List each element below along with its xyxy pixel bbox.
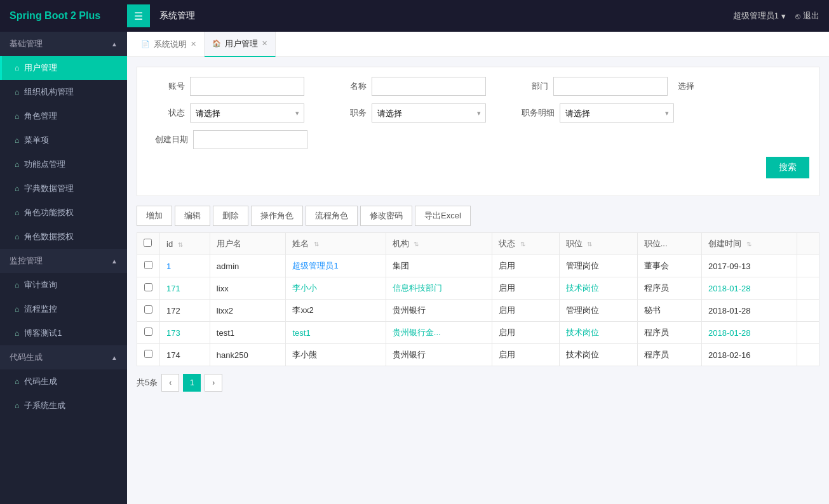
home-icon: ⌂ — [15, 377, 19, 386]
name-link[interactable]: 超级管理员1 — [292, 261, 338, 270]
name-link[interactable]: test1 — [292, 328, 310, 338]
pagination-page-1[interactable]: 1 — [183, 374, 201, 392]
org-link[interactable]: 贵州银行金... — [393, 328, 441, 337]
table-row: 174 hank250 李小熊 贵州银行 启用 技术岗位 程序员 2018-02… — [137, 344, 819, 366]
tab-user-management[interactable]: 🏠 用户管理 ✕ — [205, 32, 276, 57]
dept-select-btn[interactable]: 选择 — [678, 81, 694, 92]
home-icon: ⌂ — [15, 112, 19, 121]
cell-id: 173 — [160, 322, 210, 344]
pagination-next[interactable]: › — [205, 374, 222, 392]
pagination-total: 共5条 — [137, 377, 158, 388]
home-icon: ⌂ — [15, 281, 19, 289]
select-all-checkbox[interactable] — [144, 239, 152, 247]
position-label: 职务 — [328, 107, 367, 119]
chevron-up-icon: ▲ — [111, 258, 118, 265]
cell-extra — [797, 300, 819, 322]
col-org[interactable]: 机构 ⇅ — [386, 233, 492, 255]
sidebar-item-blog-test[interactable]: ⌂ 博客测试1 — [0, 321, 127, 345]
sidebar-item-label: 角色管理 — [24, 110, 57, 122]
name-label: 名称 — [328, 81, 367, 92]
tab-close-user-management[interactable]: ✕ — [262, 39, 267, 48]
position-link[interactable]: 技术岗位 — [566, 283, 599, 293]
sidebar-item-function-management[interactable]: ⌂ 功能点管理 — [0, 152, 127, 176]
cell-id: 172 — [160, 300, 210, 322]
sidebar-item-codegen[interactable]: ⌂ 代码生成 — [0, 369, 127, 394]
menu-toggle-button[interactable]: ☰ — [127, 4, 150, 27]
cell-created: 2018-02-16 — [701, 344, 797, 366]
user-menu[interactable]: 超级管理员1 ▾ — [733, 10, 786, 22]
sidebar-item-role-auth[interactable]: ⌂ 角色功能授权 — [0, 201, 127, 225]
cell-status: 启用 — [492, 344, 559, 366]
id-link[interactable]: 1 — [166, 262, 171, 271]
created-link[interactable]: 2018-01-28 — [708, 328, 751, 338]
sidebar-item-process-monitor[interactable]: ⌂ 流程监控 — [0, 297, 127, 321]
row-select-checkbox[interactable] — [144, 261, 152, 269]
col-status[interactable]: 状态 ⇅ — [492, 233, 559, 255]
row-select-checkbox[interactable] — [144, 350, 152, 358]
btn-op-role[interactable]: 操作角色 — [251, 206, 303, 226]
position-select-wrap: 请选择 — [372, 103, 486, 123]
home-icon: ⌂ — [15, 401, 19, 410]
col-position[interactable]: 职位 ⇅ — [559, 233, 637, 255]
sidebar-item-user-management[interactable]: ⌂ 用户管理 — [0, 56, 127, 80]
btn-flow-role[interactable]: 流程角色 — [306, 206, 358, 226]
row-select-checkbox[interactable] — [144, 283, 152, 291]
position-detail-select-wrap: 请选择 — [560, 103, 674, 123]
sidebar-item-org-management[interactable]: ⌂ 组织机构管理 — [0, 80, 127, 104]
btn-add[interactable]: 增加 — [137, 206, 172, 226]
position-link[interactable]: 技术岗位 — [566, 328, 599, 337]
name-input[interactable] — [372, 77, 486, 96]
col-id[interactable]: id ⇅ — [160, 233, 210, 255]
btn-export-excel[interactable]: 导出Excel — [415, 206, 471, 226]
id-link[interactable]: 173 — [166, 328, 180, 338]
cell-id: 1 — [160, 255, 210, 277]
pagination-prev[interactable]: ‹ — [161, 374, 179, 392]
btn-edit[interactable]: 编辑 — [175, 206, 210, 226]
sidebar-item-label: 功能点管理 — [24, 159, 65, 170]
tab-close-system-desc[interactable]: ✕ — [191, 40, 196, 48]
col-username[interactable]: 用户名 — [210, 233, 286, 255]
org-link[interactable]: 信息科技部门 — [393, 283, 442, 293]
col-position-detail[interactable]: 职位... — [637, 233, 701, 255]
sidebar-item-dict-management[interactable]: ⌂ 字典数据管理 — [0, 176, 127, 201]
sidebar-item-audit[interactable]: ⌂ 审计查询 — [0, 273, 127, 297]
tab-icon-system-desc: 📄 — [141, 40, 150, 48]
cell-created: 2017-09-13 — [701, 255, 797, 277]
sidebar: 基础管理 ▲ ⌂ 用户管理 ⌂ 组织机构管理 ⌂ 角色管理 ⌂ 菜单项 ⌂ 功能… — [0, 32, 127, 504]
content-area: 📄 系统说明 ✕ 🏠 用户管理 ✕ 账号 — [127, 32, 829, 504]
sidebar-section-header-monitor[interactable]: 监控管理 ▲ — [0, 249, 127, 273]
name-link[interactable]: 李小小 — [292, 283, 317, 293]
account-input[interactable] — [190, 77, 304, 96]
tab-system-desc[interactable]: 📄 系统说明 ✕ — [133, 32, 205, 57]
form-item-status: 状态 请选择 启用 禁用 — [147, 103, 304, 123]
row-select-checkbox[interactable] — [144, 305, 152, 314]
btn-delete[interactable]: 删除 — [213, 206, 248, 226]
btn-change-pwd[interactable]: 修改密码 — [360, 206, 412, 226]
status-select[interactable]: 请选择 启用 禁用 — [190, 103, 304, 123]
form-row-search: 搜索 — [147, 157, 809, 178]
sidebar-item-menu[interactable]: ⌂ 菜单项 — [0, 128, 127, 152]
position-select[interactable]: 请选择 — [372, 103, 486, 123]
sidebar-section-codegen: 代码生成 ▲ ⌂ 代码生成 ⌂ 子系统生成 — [0, 345, 127, 418]
pagination: 共5条 ‹ 1 › — [137, 374, 819, 392]
create-date-input[interactable] — [193, 130, 307, 149]
col-created[interactable]: 创建时间 ⇅ — [701, 233, 797, 255]
created-link[interactable]: 2018-01-28 — [708, 284, 751, 293]
cell-extra — [797, 344, 819, 366]
sidebar-item-role-data-auth[interactable]: ⌂ 角色数据授权 — [0, 225, 127, 249]
col-name[interactable]: 姓名 ⇅ — [286, 233, 386, 255]
dept-input[interactable] — [553, 77, 668, 96]
search-button[interactable]: 搜索 — [766, 157, 809, 178]
account-label: 账号 — [147, 81, 185, 92]
sidebar-section-header-basic[interactable]: 基础管理 ▲ — [0, 32, 127, 56]
sidebar-section-header-codegen[interactable]: 代码生成 ▲ — [0, 345, 127, 369]
position-detail-select[interactable]: 请选择 — [560, 103, 674, 123]
sidebar-item-subsystem-gen[interactable]: ⌂ 子系统生成 — [0, 394, 127, 418]
cell-position: 技术岗位 — [559, 344, 637, 366]
sidebar-item-role-management[interactable]: ⌂ 角色管理 — [0, 104, 127, 128]
row-select-checkbox[interactable] — [144, 328, 152, 336]
cell-org: 信息科技部门 — [386, 277, 492, 300]
logout-button[interactable]: ⎋ 退出 — [795, 10, 819, 22]
id-link[interactable]: 171 — [166, 284, 180, 293]
cell-created: 2018-01-28 — [701, 277, 797, 300]
